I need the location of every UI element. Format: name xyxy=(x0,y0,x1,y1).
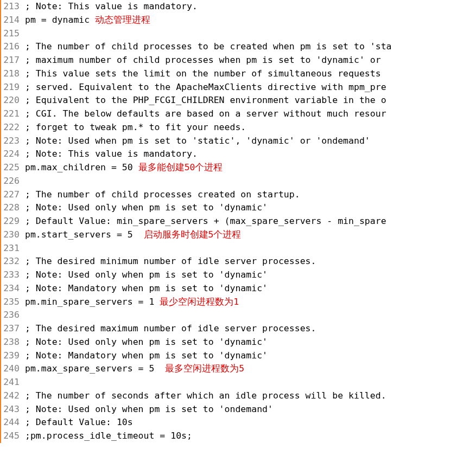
line-number: 238 xyxy=(2,336,25,349)
line-content xyxy=(25,376,392,389)
line-number: 235 xyxy=(2,296,25,309)
code-text: ; CGI. The below defaults are based on a… xyxy=(25,108,386,119)
line-content: pm.start_servers = 5 启动服务时创建5个进程 xyxy=(25,228,392,242)
line-content: ; Note: This value is mandatory. xyxy=(25,147,392,161)
code-text: pm.start_servers = 5 xyxy=(25,229,144,240)
code-text: ; Note: Used only when pm is set to 'dyn… xyxy=(25,337,268,347)
annotation: 启动服务时创建5个进程 xyxy=(144,229,242,240)
code-line: 213; Note: This value is mandatory. xyxy=(2,0,392,14)
line-number: 228 xyxy=(2,201,25,215)
line-number: 236 xyxy=(2,309,25,322)
code-text: ;pm.process_idle_timeout = 10s; xyxy=(25,431,192,441)
code-text: ; Note: Used only when pm is set to 'dyn… xyxy=(25,202,268,213)
code-line: 215 xyxy=(2,27,392,41)
code-text: ; Default Value: 10s xyxy=(25,417,133,427)
code-text: ; Note: This value is mandatory. xyxy=(25,1,198,11)
code-text: ; Equivalent to the PHP_FCGI_CHILDREN en… xyxy=(25,95,386,105)
line-content: ; maximum number of child processes when… xyxy=(25,54,392,67)
code-text: pm.max_children = 50 xyxy=(25,162,138,172)
line-content: ; Note: Used only when pm is set to 'dyn… xyxy=(25,336,392,349)
code-line: 244; Default Value: 10s xyxy=(2,416,392,429)
line-content: ; Note: Mandatory when pm is set to 'dyn… xyxy=(25,349,392,363)
line-content: ; This value sets the limit on the numbe… xyxy=(25,67,392,81)
line-number: 241 xyxy=(2,376,25,389)
code-line: 219; served. Equivalent to the ApacheMax… xyxy=(2,81,392,94)
code-line: 221; CGI. The below defaults are based o… xyxy=(2,107,392,121)
code-line: 223; Note: Used when pm is set to 'stati… xyxy=(2,134,392,148)
line-number: 234 xyxy=(2,282,25,296)
line-content: pm.max_children = 50 最多能创建50个进程 xyxy=(25,161,392,175)
line-number: 243 xyxy=(2,403,25,416)
line-number: 219 xyxy=(2,81,25,94)
code-line: 231 xyxy=(2,242,392,255)
line-number: 220 xyxy=(2,94,25,107)
code-line: 224; Note: This value is mandatory. xyxy=(2,147,392,161)
line-number: 237 xyxy=(2,322,25,336)
line-content: ; The number of child processes created … xyxy=(25,188,392,202)
code-text: ; Note: Used when pm is set to 'static',… xyxy=(25,136,370,146)
code-line: 216; The number of child processes to be… xyxy=(2,40,392,54)
line-number: 226 xyxy=(2,175,25,188)
line-content: ; Note: Used only when pm is set to 'dyn… xyxy=(25,201,392,215)
code-line: 241 xyxy=(2,376,392,389)
code-text: ; The desired maximum number of idle ser… xyxy=(25,323,316,333)
line-number: 229 xyxy=(2,215,25,228)
line-number: 227 xyxy=(2,188,25,202)
code-line: 240pm.max_spare_servers = 5 最多空闲进程数为5 xyxy=(2,362,392,376)
code-line: 214pm = dynamic 动态管理进程 xyxy=(2,14,392,27)
line-number: 217 xyxy=(2,54,25,67)
line-content: ; Default Value: min_spare_servers + (ma… xyxy=(25,215,392,228)
line-number: 232 xyxy=(2,255,25,268)
line-number: 242 xyxy=(2,389,25,403)
code-text: ; The desired minimum number of idle ser… xyxy=(25,256,316,266)
code-text: ; Default Value: min_spare_servers + (ma… xyxy=(25,216,386,226)
code-text: ; maximum number of child processes when… xyxy=(25,55,386,65)
code-container: 213; Note: This value is mandatory.214pm… xyxy=(2,0,392,443)
code-line: 230pm.start_servers = 5 启动服务时创建5个进程 xyxy=(2,228,392,242)
line-content: ; Note: This value is mandatory. xyxy=(25,0,392,14)
line-content xyxy=(25,242,392,255)
line-number: 233 xyxy=(2,268,25,282)
code-line: 232; The desired minimum number of idle … xyxy=(2,255,392,268)
code-line: 242; The number of seconds after which a… xyxy=(2,389,392,403)
code-text: ; served. Equivalent to the ApacheMaxCli… xyxy=(25,82,386,92)
line-number: 216 xyxy=(2,40,25,54)
code-line: 234; Note: Mandatory when pm is set to '… xyxy=(2,282,392,296)
line-content: pm.max_spare_servers = 5 最多空闲进程数为5 xyxy=(25,362,392,376)
line-content: ; served. Equivalent to the ApacheMaxCli… xyxy=(25,81,392,94)
code-text: pm.min_spare_servers = 1 xyxy=(25,297,160,307)
code-text: ; Note: Mandatory when pm is set to 'dyn… xyxy=(25,283,268,293)
line-number: 223 xyxy=(2,134,25,148)
line-content: pm.min_spare_servers = 1 最少空闲进程数为1 xyxy=(25,296,392,309)
line-number: 245 xyxy=(2,429,25,443)
code-line: 225pm.max_children = 50 最多能创建50个进程 xyxy=(2,161,392,175)
line-number: 215 xyxy=(2,27,25,41)
line-number: 224 xyxy=(2,147,25,161)
code-text: pm.max_spare_servers = 5 xyxy=(25,363,165,374)
line-content xyxy=(25,27,392,41)
code-text: ; The number of child processes created … xyxy=(25,189,300,200)
line-content: ; Equivalent to the PHP_FCGI_CHILDREN en… xyxy=(25,94,392,107)
code-line: 229; Default Value: min_spare_servers + … xyxy=(2,215,392,228)
code-text: ; Note: This value is mandatory. xyxy=(25,149,198,159)
code-line: 238; Note: Used only when pm is set to '… xyxy=(2,336,392,349)
code-line: 227; The number of child processes creat… xyxy=(2,188,392,202)
line-content xyxy=(25,175,392,188)
code-line: 233; Note: Used only when pm is set to '… xyxy=(2,268,392,282)
line-content: ; Note: Used only when pm is set to 'dyn… xyxy=(25,268,392,282)
line-number: 214 xyxy=(2,14,25,27)
line-number: 244 xyxy=(2,416,25,429)
code-line: 220; Equivalent to the PHP_FCGI_CHILDREN… xyxy=(2,94,392,107)
code-text: pm = dynamic xyxy=(25,15,95,25)
line-content: ; CGI. The below defaults are based on a… xyxy=(25,107,392,121)
line-content: ;pm.process_idle_timeout = 10s; xyxy=(25,429,392,443)
annotation: 最多能创建50个进程 xyxy=(138,162,223,172)
line-content: pm = dynamic 动态管理进程 xyxy=(25,14,392,27)
code-text: ; The number of child processes to be cr… xyxy=(25,41,392,52)
line-number: 225 xyxy=(2,161,25,175)
code-line: 245;pm.process_idle_timeout = 10s; xyxy=(2,429,392,443)
code-text: ; Note: Mandatory when pm is set to 'dyn… xyxy=(25,350,268,361)
line-number: 213 xyxy=(2,0,25,14)
line-content: ; The number of seconds after which an i… xyxy=(25,389,392,403)
code-line: 222; forget to tweak pm.* to fit your ne… xyxy=(2,121,392,134)
